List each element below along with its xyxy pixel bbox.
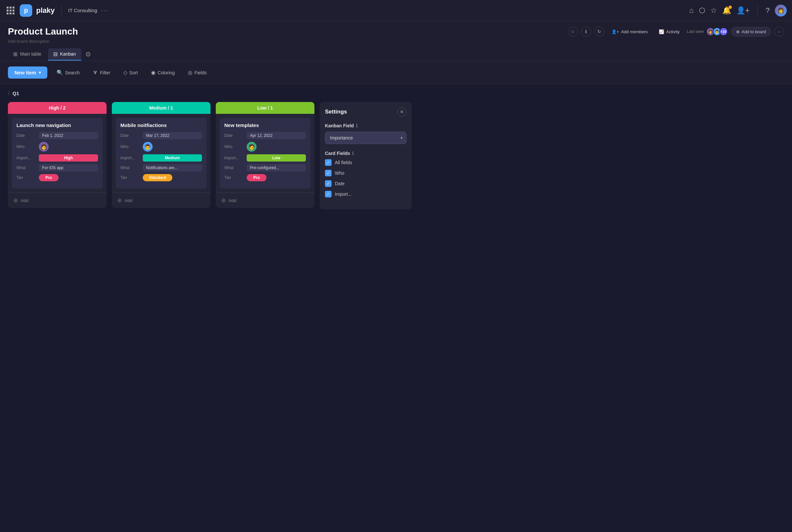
kanban-field-select-wrapper: Importance ▾ bbox=[325, 132, 407, 144]
fields-button[interactable]: ◎ Fields bbox=[184, 67, 211, 78]
last-seen-section: Last seen 👩 👨 +10 bbox=[687, 27, 728, 36]
checkbox-import[interactable]: ✓ Import... bbox=[325, 191, 407, 197]
toolbar: New item ▾ 🔍 Search ⛛ Filter ◇ Sort ◉ Co… bbox=[0, 61, 792, 84]
header-icons: ☆ ℹ ↻ 👤+ Add members 📈 Activity Last see… bbox=[568, 27, 784, 37]
checkbox-import-box[interactable]: ✓ bbox=[325, 191, 331, 197]
search-button[interactable]: 🔍 Search bbox=[53, 67, 83, 78]
card-fields-header: Card Fields ℹ bbox=[325, 151, 407, 156]
kanban-field-header: Kanban Field ℹ bbox=[325, 123, 407, 128]
star-icon[interactable]: ☆ bbox=[711, 6, 717, 15]
field-label-who-medium: Who bbox=[120, 145, 140, 149]
coloring-button[interactable]: ◉ Coloring bbox=[147, 67, 179, 78]
add-card-medium[interactable]: ⊕ Add bbox=[112, 192, 211, 208]
checkbox-all-fields-box[interactable]: ✓ bbox=[325, 159, 331, 166]
add-icon-medium: ⊕ bbox=[117, 197, 122, 204]
add-to-board-button[interactable]: ⊕ Add to board bbox=[731, 27, 771, 37]
card-field-who-medium: Who 👨 bbox=[120, 142, 202, 152]
tab-kanban[interactable]: ⊟ Kanban bbox=[48, 49, 81, 60]
page-title: Product Launch bbox=[8, 26, 78, 37]
field-label-tier-medium: Tier bbox=[120, 175, 140, 180]
field-label-what-medium: What bbox=[120, 166, 140, 170]
group-drag-handle[interactable]: ⁞ bbox=[8, 90, 10, 97]
checkbox-date[interactable]: ✓ Date bbox=[325, 180, 407, 187]
add-icon: ⊕ bbox=[736, 29, 740, 34]
tier-badge-standard[interactable]: Standard bbox=[143, 174, 172, 181]
workspace-name[interactable]: IT Consulting bbox=[68, 7, 97, 13]
add-members-button[interactable]: 👤+ Add members bbox=[607, 27, 652, 36]
help-icon[interactable]: ? bbox=[766, 6, 770, 15]
checkbox-date-box[interactable]: ✓ bbox=[325, 180, 331, 187]
user-avatar[interactable]: 👩 bbox=[775, 5, 787, 16]
sort-icon: ◇ bbox=[123, 70, 127, 76]
card-field-importance-medium: Import... Medium bbox=[120, 154, 202, 162]
overflow-menu-button[interactable]: ··· bbox=[774, 27, 784, 37]
app-name: plaky bbox=[36, 6, 55, 15]
tier-badge-pro[interactable]: Pro bbox=[39, 174, 59, 181]
kanban-field-info-icon[interactable]: ℹ bbox=[356, 123, 358, 128]
checkbox-who-box[interactable]: ✓ bbox=[325, 170, 331, 176]
field-label-what-low: What bbox=[224, 166, 244, 170]
add-card-low[interactable]: ⊕ Add bbox=[216, 192, 314, 208]
card-title-low: New templates bbox=[224, 122, 306, 128]
settings-title: Settings bbox=[325, 109, 347, 115]
importance-badge-low[interactable]: Low bbox=[247, 154, 306, 162]
add-user-icon[interactable]: 👤+ bbox=[736, 6, 750, 15]
page-tabs: ⊞ Main table ⊟ Kanban ⚙ bbox=[8, 48, 784, 61]
grid-menu-icon[interactable] bbox=[5, 5, 16, 16]
importance-badge-medium[interactable]: Medium bbox=[143, 154, 202, 162]
card-field-date-medium: Date Mar 17, 2022 bbox=[120, 132, 202, 139]
tab-main-table[interactable]: ⊞ Main table bbox=[8, 49, 47, 60]
card-field-what-low: What Pre-configured... bbox=[224, 164, 306, 171]
field-avatar-low[interactable]: 🧑 bbox=[247, 142, 256, 152]
field-value-date-medium[interactable]: Mar 17, 2022 bbox=[143, 132, 202, 139]
field-avatar[interactable]: 👩 bbox=[39, 142, 49, 152]
refresh-button[interactable]: ↻ bbox=[594, 27, 604, 37]
main-content: Product Launch ☆ ℹ ↻ 👤+ Add members 📈 Ac… bbox=[0, 21, 792, 532]
field-label-date: Date bbox=[16, 133, 36, 138]
activity-button[interactable]: 📈 Activity bbox=[655, 27, 683, 36]
field-value-what-medium[interactable]: Notifications are... bbox=[143, 164, 202, 171]
main-table-icon: ⊞ bbox=[13, 51, 17, 57]
field-value-date-low[interactable]: Apr 12, 2022 bbox=[247, 132, 306, 139]
kanban-icon: ⊟ bbox=[53, 51, 58, 57]
field-value-what[interactable]: For iOS app bbox=[39, 164, 98, 171]
field-label-tier: Tier bbox=[16, 175, 36, 180]
column-header-high: High / 2 bbox=[8, 102, 107, 114]
field-avatar-medium[interactable]: 👨 bbox=[143, 142, 153, 152]
filter-button[interactable]: ⛛ Filter bbox=[89, 67, 114, 78]
home-icon[interactable]: ⌂ bbox=[689, 6, 694, 15]
kanban-field-select[interactable]: Importance bbox=[325, 132, 407, 144]
card-launch-navigation: Launch new navigation Date Feb 1, 2022 W… bbox=[12, 118, 103, 189]
field-label-importance-low: Import... bbox=[224, 156, 244, 160]
info-button[interactable]: ℹ bbox=[581, 27, 591, 37]
cube-icon[interactable]: ⬡ bbox=[699, 6, 705, 15]
settings-close-button[interactable]: ✕ bbox=[397, 107, 407, 116]
field-value-what-low[interactable]: Pre-configured... bbox=[247, 164, 306, 171]
favorite-button[interactable]: ☆ bbox=[568, 27, 578, 37]
tier-badge-pro-low[interactable]: Pro bbox=[247, 174, 266, 181]
card-field-tier: Tier Pro bbox=[16, 174, 98, 181]
kanban-field-label: Kanban Field bbox=[325, 123, 354, 128]
checkbox-all-fields[interactable]: ✓ All fields bbox=[325, 159, 407, 166]
more-options-icon[interactable]: ··· bbox=[101, 6, 109, 14]
new-item-button[interactable]: New item ▾ bbox=[8, 66, 47, 79]
add-card-high[interactable]: ⊕ Add bbox=[8, 192, 107, 208]
avatar-count: +10 bbox=[719, 27, 728, 36]
field-label-importance: Import... bbox=[16, 156, 36, 160]
board-settings-button[interactable]: ⚙ bbox=[82, 48, 94, 61]
search-icon: 🔍 bbox=[57, 70, 63, 76]
card-title: Launch new navigation bbox=[16, 122, 98, 128]
card-fields-section: Card Fields ℹ ✓ All fields ✓ Who ✓ Date bbox=[325, 151, 407, 197]
checkbox-import-label: Import... bbox=[335, 191, 352, 197]
sort-button[interactable]: ◇ Sort bbox=[119, 67, 142, 78]
field-label-tier-low: Tier bbox=[224, 175, 244, 180]
card-field-tier-medium: Tier Standard bbox=[120, 174, 202, 181]
checkbox-who[interactable]: ✓ Who bbox=[325, 170, 407, 176]
checkbox-all-fields-label: All fields bbox=[335, 160, 352, 165]
field-value-date[interactable]: Feb 1, 2022 bbox=[39, 132, 98, 139]
card-field-importance: Import... High bbox=[16, 154, 98, 162]
notification-icon[interactable]: 🔔 bbox=[722, 6, 731, 15]
importance-badge-high[interactable]: High bbox=[39, 154, 98, 162]
card-fields-info-icon[interactable]: ℹ bbox=[352, 151, 353, 156]
board-scroll: ⁞ Q1 High / 2 Launch new navigation Date… bbox=[0, 84, 792, 532]
